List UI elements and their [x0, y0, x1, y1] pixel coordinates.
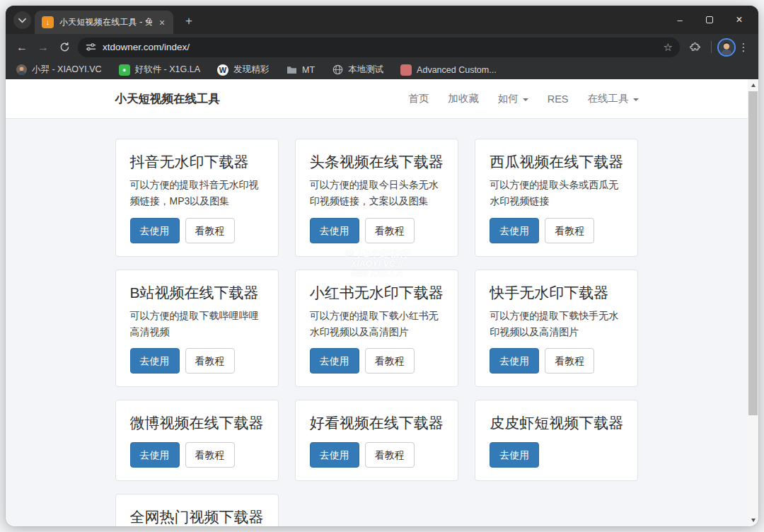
browser-window: ↓ 小天短视频在线工具 - 免费短视频 × + – × ← → xtdowner… [6, 6, 758, 526]
tab-strip: ↓ 小天短视频在线工具 - 免费短视频 × + – × [6, 6, 758, 34]
globe-icon [332, 64, 343, 76]
site-settings-icon[interactable] [86, 42, 96, 52]
address-bar[interactable]: xtdowner.com/index/ ☆ [78, 37, 680, 57]
bookmark-label: 小羿 - XIAOYI.VC [32, 64, 102, 76]
tool-card-title: B站视频在线下载器 [130, 283, 264, 303]
tool-card-title: 皮皮虾短视频下载器 [490, 413, 623, 433]
bookmark-item[interactable]: MT [286, 64, 315, 76]
tool-card: 全网热门视频下载器 去使用 [115, 494, 279, 526]
use-button[interactable]: 去使用 [490, 442, 539, 468]
maximize-button[interactable] [695, 6, 724, 34]
folder-icon [286, 64, 297, 76]
tab-search-button[interactable] [13, 11, 31, 29]
bookmark-item[interactable]: Advanced Custom... [400, 64, 497, 76]
nav-item-online-tools[interactable]: 在线工具 [588, 92, 639, 105]
page-content: @下1个好软件 XIAOYI.VC // /////// X1G.LA 抖音无水… [6, 119, 748, 526]
tool-card: 抖音无水印下载器 可以方便的提取抖音无水印视频链接，MP3以及图集 去使用 看教… [115, 139, 279, 257]
tutorial-button[interactable]: 看教程 [185, 348, 235, 374]
use-button[interactable]: 去使用 [490, 218, 539, 243]
forward-button[interactable]: → [33, 37, 54, 58]
bookmarks-bar: 小羿 - XIAOYI.VC ● 好软件 - X1G.LA W 发现精彩 MT … [6, 60, 758, 79]
wordpress-icon: W [217, 64, 228, 76]
bookmark-label: MT [302, 65, 315, 75]
tool-card: 西瓜视频在线下载器 可以方便的提取头条或西瓜无水印视频链接 去使用 看教程 [475, 139, 638, 257]
toolbar-right: ⋮ [684, 37, 751, 58]
bookmark-star-icon[interactable]: ☆ [664, 41, 673, 54]
use-button[interactable]: 去使用 [310, 348, 359, 374]
tool-card: 头条视频在线下载器 可以方便的提取今日头条无水印视频链接，文案以及图集 去使用 … [295, 139, 458, 257]
window-controls: – × [665, 6, 754, 34]
scroll-up-button[interactable] [748, 80, 758, 91]
toolbar-separator [711, 41, 712, 53]
tool-card-description: 可以方便的提取下载哔哩哔哩高清视频 [130, 308, 264, 340]
green-app-icon: ● [119, 64, 130, 76]
tool-card-title: 小红书无水印下载器 [310, 283, 444, 303]
back-button[interactable]: ← [11, 37, 33, 58]
tool-card-actions: 去使用 [490, 442, 623, 468]
bookmark-item[interactable]: 小羿 - XIAOYI.VC [16, 64, 102, 76]
nav-label: RES [548, 93, 569, 105]
minimize-button[interactable]: – [665, 6, 695, 34]
chevron-down-icon [18, 18, 26, 23]
tool-card-description: 可以方便的提取头条或西瓜无水印视频链接 [490, 177, 623, 209]
browser-tab[interactable]: ↓ 小天短视频在线工具 - 免费短视频 × [35, 11, 173, 34]
use-button[interactable]: 去使用 [490, 348, 539, 374]
tutorial-button[interactable]: 看教程 [545, 218, 594, 243]
download-favicon-icon: ↓ [42, 16, 54, 28]
profile-avatar-icon [719, 40, 734, 55]
nav-label: 如何 [498, 92, 519, 105]
tool-card-description: 可以方便的提取下载快手无水印视频以及高清图片 [490, 308, 623, 340]
use-button[interactable]: 去使用 [130, 218, 180, 243]
tool-card-actions: 去使用 看教程 [310, 218, 444, 243]
tutorial-button[interactable]: 看教程 [185, 218, 235, 243]
tool-card-title: 快手无水印下载器 [490, 283, 623, 303]
use-button[interactable]: 去使用 [130, 348, 180, 374]
use-button[interactable]: 去使用 [310, 218, 359, 243]
tool-card: 微博视频在线下载器 去使用 看教程 [115, 400, 279, 480]
bookmark-label: 发现精彩 [233, 64, 269, 76]
tool-card-title: 头条视频在线下载器 [310, 152, 444, 172]
tool-card: 小红书无水印下载器 可以方便的提取下载小红书无水印视频以及高清图片 去使用 看教… [295, 270, 458, 388]
extensions-button[interactable] [684, 37, 705, 58]
browser-toolbar: ← → xtdowner.com/index/ ☆ ⋮ [6, 34, 758, 60]
nav-item-res[interactable]: RES [548, 93, 569, 105]
nav-label: 首页 [408, 92, 429, 105]
scrollbar-thumb[interactable] [748, 91, 758, 415]
tool-card-actions: 去使用 看教程 [310, 348, 444, 374]
reload-icon [59, 42, 70, 52]
maximize-icon [706, 16, 713, 23]
bookmark-label: 好软件 - X1G.LA [135, 64, 200, 76]
use-button[interactable]: 去使用 [130, 442, 180, 468]
tab-close-icon[interactable]: × [156, 17, 168, 28]
tutorial-button[interactable]: 看教程 [545, 348, 594, 374]
browser-menu-button[interactable]: ⋮ [736, 41, 751, 54]
close-button[interactable]: × [724, 6, 754, 34]
tool-card-title: 全网热门视频下载器 [130, 507, 264, 526]
tool-card: 皮皮虾短视频下载器 去使用 [475, 400, 638, 480]
bookmark-item[interactable]: 本地测试 [332, 64, 383, 76]
site-brand[interactable]: 小天短视频在线工具 [115, 91, 221, 107]
bookmark-item[interactable]: W 发现精彩 [217, 64, 269, 76]
url-text: xtdowner.com/index/ [103, 42, 190, 52]
tool-card-title: 微博视频在线下载器 [130, 413, 264, 433]
tool-card: B站视频在线下载器 可以方便的提取下载哔哩哔哩高清视频 去使用 看教程 [115, 270, 279, 388]
bookmark-label: 本地测试 [348, 64, 383, 76]
profile-avatar[interactable] [717, 38, 736, 57]
tutorial-button[interactable]: 看教程 [365, 442, 415, 468]
scrollbar [748, 79, 758, 526]
tutorial-button[interactable]: 看教程 [365, 348, 415, 374]
nav-item-home[interactable]: 首页 [408, 92, 429, 105]
reload-button[interactable] [54, 37, 75, 58]
tutorial-button[interactable]: 看教程 [365, 218, 415, 243]
nav-item-favorite[interactable]: 加收藏 [448, 92, 479, 105]
caret-down-icon [523, 98, 528, 101]
puzzle-icon [689, 41, 701, 53]
nav-item-howto[interactable]: 如何 [498, 92, 528, 105]
web-page: 小天短视频在线工具 首页 加收藏 如何 RES 在线工具 @下1个好软件 XIA… [6, 79, 748, 526]
tool-card-actions: 去使用 看教程 [130, 442, 264, 468]
new-tab-button[interactable]: + [180, 14, 197, 28]
tutorial-button[interactable]: 看教程 [185, 442, 235, 468]
bookmark-item[interactable]: ● 好软件 - X1G.LA [119, 64, 200, 76]
scroll-down-button[interactable] [748, 515, 758, 526]
use-button[interactable]: 去使用 [310, 442, 359, 468]
